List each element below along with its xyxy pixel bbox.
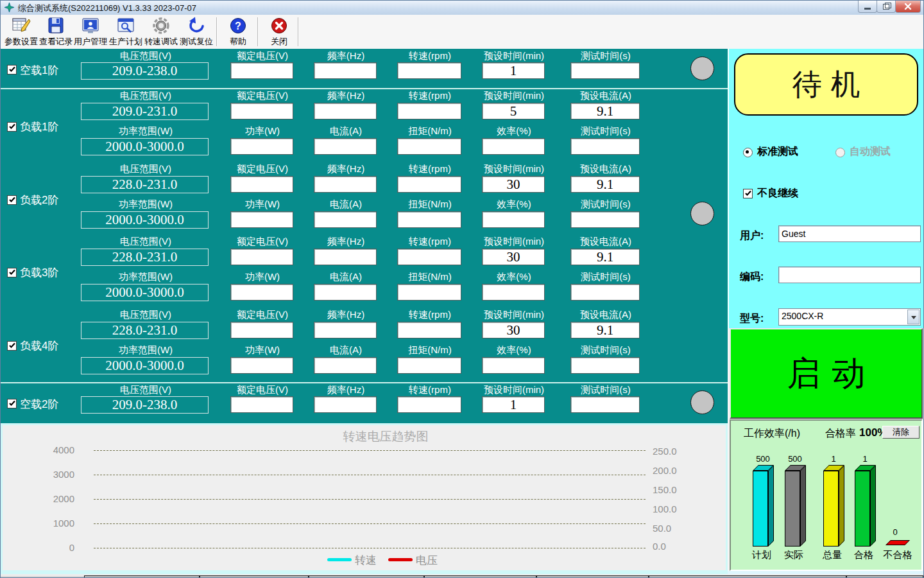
field-input[interactable]	[482, 138, 545, 155]
stage-checkbox[interactable]	[7, 399, 17, 408]
bottom-cell	[309, 575, 424, 578]
field-input[interactable]	[230, 103, 293, 119]
field-input[interactable]	[314, 249, 377, 265]
stage-checkbox[interactable]	[7, 195, 17, 205]
field-input[interactable]	[314, 211, 377, 228]
field-input[interactable]	[570, 357, 640, 374]
field-input[interactable]	[397, 103, 461, 119]
toolbar-help-button[interactable]: ? 帮助	[220, 16, 256, 48]
trend-chart-panel: 转速电压趋势图 转速 电压 40003000200010000250.0200.…	[1, 423, 728, 574]
field-input[interactable]	[314, 176, 377, 193]
close-button[interactable]	[895, 1, 921, 13]
restore-button[interactable]	[877, 1, 896, 13]
field-input[interactable]	[314, 396, 377, 413]
field-input[interactable]	[397, 322, 461, 338]
stage-checkbox[interactable]	[7, 65, 17, 74]
field-input[interactable]	[570, 284, 640, 301]
user-input[interactable]	[778, 225, 921, 242]
toolbar-close-button[interactable]: 关闭	[261, 16, 297, 48]
range-label: 功率范围(W)	[101, 271, 191, 282]
field-input[interactable]	[397, 211, 461, 228]
field-input[interactable]	[230, 357, 293, 374]
field-input[interactable]	[482, 284, 545, 301]
field-input[interactable]	[314, 62, 377, 79]
field-input[interactable]	[314, 322, 377, 338]
toolbar-separator	[298, 17, 299, 46]
stat-bar-value: 500	[782, 454, 808, 463]
field-input[interactable]	[482, 396, 545, 413]
model-select[interactable]: 2500CX-R	[778, 308, 921, 326]
field-input[interactable]	[570, 176, 640, 193]
field-input[interactable]	[482, 62, 545, 79]
main-test-area: 空载1阶电压范围(V)209.0-238.0额定电压(V)频率(Hz)转速(rp…	[1, 49, 728, 423]
field-label: 转速(rpm)	[385, 309, 475, 320]
range-label: 电压范围(V)	[101, 309, 191, 320]
field-input[interactable]	[230, 249, 293, 265]
field-label: 预设电流(A)	[561, 163, 651, 174]
close-app-icon	[270, 16, 289, 35]
radio-standard-test[interactable]	[743, 148, 753, 157]
clear-button[interactable]: 清除	[882, 426, 920, 439]
field-input[interactable]	[570, 211, 640, 228]
field-input[interactable]	[570, 62, 640, 79]
field-input[interactable]	[230, 176, 293, 193]
continue-on-fail-checkbox[interactable]	[743, 189, 753, 198]
field-input[interactable]	[230, 396, 293, 413]
field-input[interactable]	[397, 284, 461, 301]
status-lamp-icon	[690, 202, 714, 225]
stat-bar-value: 1	[821, 454, 846, 463]
field-input[interactable]	[397, 62, 461, 79]
field-input[interactable]	[397, 357, 461, 374]
field-input[interactable]	[397, 138, 461, 155]
field-input[interactable]	[230, 211, 293, 228]
toolbar-records-button[interactable]: 查看记录	[38, 16, 74, 48]
field-input[interactable]	[230, 62, 293, 79]
code-input[interactable]	[778, 267, 921, 283]
radio-auto-test[interactable]	[835, 148, 845, 157]
field-input[interactable]	[314, 103, 377, 119]
chevron-down-icon[interactable]	[907, 310, 920, 324]
start-button[interactable]: 启动	[730, 328, 923, 419]
toolbar-settings-button[interactable]: 参数设置	[3, 16, 39, 48]
field-input[interactable]	[482, 176, 545, 193]
toolbar-user-management-button[interactable]: 用户管理	[73, 16, 108, 48]
user-management-icon	[81, 16, 100, 35]
continue-on-fail-label: 不良继续	[757, 187, 798, 200]
stat-bar-label: 实际	[776, 549, 812, 561]
field-input[interactable]	[570, 249, 640, 265]
field-input[interactable]	[482, 322, 545, 338]
field-label: 电流(A)	[301, 125, 391, 136]
legend-speed-label: 转速	[355, 553, 377, 568]
field-input[interactable]	[397, 249, 461, 265]
toolbar-production-plan-button[interactable]: 生产计划	[108, 16, 144, 48]
field-input[interactable]	[397, 176, 461, 193]
field-input[interactable]	[314, 284, 377, 301]
field-input[interactable]	[482, 103, 545, 119]
field-input[interactable]	[482, 357, 545, 374]
toolbar-speed-debug-button[interactable]: 转速调试	[143, 16, 179, 48]
field-label: 电流(A)	[301, 198, 391, 209]
stats-panel: 工作效率(/h) 合格率 100% 清除 500计划500实际1总量1合格0不合…	[730, 419, 923, 571]
stage-checkbox[interactable]	[7, 268, 17, 277]
stage-checkbox[interactable]	[7, 122, 17, 132]
field-input[interactable]	[230, 322, 293, 338]
range-label: 功率范围(W)	[101, 198, 191, 209]
field-label: 预设时间(min)	[469, 90, 559, 101]
field-input[interactable]	[570, 103, 640, 119]
stage-checkbox[interactable]	[7, 341, 17, 351]
field-input[interactable]	[482, 211, 545, 228]
field-input[interactable]	[397, 396, 461, 413]
field-input[interactable]	[230, 138, 293, 155]
toolbar-test-reset-button[interactable]: 测试复位	[178, 16, 214, 48]
field-input[interactable]	[314, 138, 377, 155]
field-input[interactable]	[570, 138, 640, 155]
field-input[interactable]	[570, 396, 640, 413]
field-input[interactable]	[230, 284, 293, 301]
field-input[interactable]	[570, 322, 640, 338]
y-axis-tick-left: 2000	[17, 493, 74, 504]
field-input[interactable]	[482, 249, 545, 265]
field-input[interactable]	[314, 357, 377, 374]
range-label: 功率范围(W)	[101, 125, 191, 136]
settings-icon	[12, 16, 31, 35]
minimize-button[interactable]	[858, 1, 877, 13]
